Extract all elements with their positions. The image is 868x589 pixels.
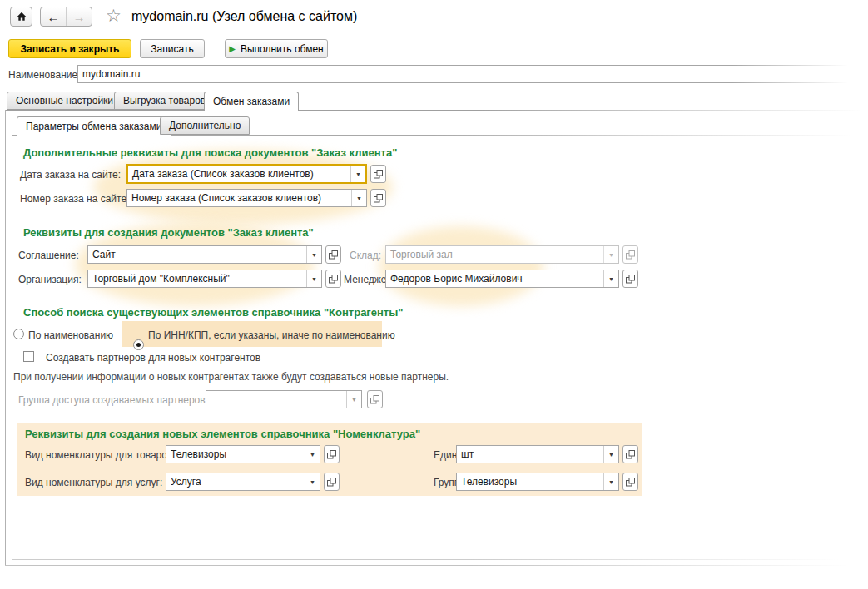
organization-value: Торговый дом "Комплексный" xyxy=(88,270,306,287)
create-partners-label[interactable]: Создавать партнеров для новых контрагент… xyxy=(46,352,260,364)
order-number-choose-button[interactable] xyxy=(370,189,386,207)
agreement-field[interactable]: Сайт ▼ xyxy=(87,245,322,264)
organization-dropdown-icon[interactable]: ▼ xyxy=(306,270,321,287)
order-number-label: Номер заказа на сайте: xyxy=(20,193,129,205)
services-type-choose-button[interactable] xyxy=(324,473,340,491)
services-type-value: Услуга xyxy=(166,473,305,490)
highlight-blob-warehouse-manager xyxy=(379,226,543,306)
order-date-value: Дата заказа (Список заказов клиентов) xyxy=(128,166,350,182)
partner-access-group-value xyxy=(206,391,346,408)
save-and-close-button[interactable]: Записать и закрыть xyxy=(8,39,131,58)
organization-field[interactable]: Торговый дом "Комплексный" ▼ xyxy=(87,270,322,288)
favorite-button[interactable]: ☆ xyxy=(106,7,122,25)
manager-choose-button[interactable] xyxy=(622,270,638,288)
choose-icon xyxy=(374,194,383,203)
forward-button[interactable]: → xyxy=(67,7,92,26)
nomenclature-group-dropdown-icon[interactable]: ▼ xyxy=(603,473,618,490)
run-exchange-button[interactable]: ▶ Выполнить обмен xyxy=(225,39,328,58)
unit-choose-button[interactable] xyxy=(622,445,638,463)
choose-icon xyxy=(626,250,635,260)
manager-dropdown-icon[interactable]: ▼ xyxy=(603,270,618,287)
radio-by-inn-label[interactable]: По ИНН/КПП, если указаны, иначе по наиме… xyxy=(148,329,395,341)
unit-dropdown-icon[interactable]: ▼ xyxy=(603,446,618,463)
name-label: Наименование: xyxy=(8,69,81,81)
tab-main-settings[interactable]: Основные настройки xyxy=(7,92,122,110)
choose-icon xyxy=(327,478,336,487)
warehouse-field: Торговый зал ▼ xyxy=(385,245,619,264)
warehouse-dropdown-icon: ▼ xyxy=(603,246,618,263)
sub-panel-bottom-border xyxy=(12,559,840,560)
radio-by-name[interactable] xyxy=(13,329,24,339)
manager-field[interactable]: Федоров Борис Михайлович ▼ xyxy=(385,270,619,288)
nomenclature-group-value: Телевизоры xyxy=(457,473,603,490)
save-button[interactable]: Записать xyxy=(140,39,205,58)
agreement-value: Сайт xyxy=(88,246,306,263)
order-date-dropdown-icon[interactable]: ▼ xyxy=(350,166,365,182)
order-number-dropdown-icon[interactable]: ▼ xyxy=(351,190,366,206)
radio-by-name-label[interactable]: По наименованию xyxy=(28,329,113,341)
partner-access-group-choose-button[interactable] xyxy=(367,390,383,408)
nomenclature-group-field[interactable]: Телевизоры ▼ xyxy=(456,473,619,491)
create-partners-checkbox[interactable] xyxy=(23,351,34,362)
choose-icon xyxy=(626,478,635,487)
manager-value: Федоров Борис Михайлович xyxy=(386,270,603,287)
unit-field[interactable]: шт ▼ xyxy=(456,445,619,463)
organization-label: Организация: xyxy=(18,274,82,285)
home-button[interactable] xyxy=(10,7,32,27)
agreement-choose-button[interactable] xyxy=(325,245,341,264)
choose-icon xyxy=(374,170,383,179)
goods-type-choose-button[interactable] xyxy=(324,445,340,463)
forward-icon: → xyxy=(73,10,86,24)
partners-hint-text: При получении информации о новых контраг… xyxy=(13,371,449,383)
order-date-label: Дата заказа на сайте: xyxy=(20,169,121,181)
goods-type-value: Телевизоры xyxy=(166,446,305,463)
sub-panel-left-border xyxy=(12,135,12,559)
section-header-order-search: Дополнительные реквизиты для поиска доку… xyxy=(23,146,397,159)
subtab-additional[interactable]: Дополнительно xyxy=(160,116,250,135)
partner-access-group-label: Группа доступа создаваемых партнеров: xyxy=(18,394,208,406)
order-date-field[interactable]: Дата заказа (Список заказов клиентов) ▼ xyxy=(126,164,367,184)
partner-access-group-field[interactable]: ▼ xyxy=(206,390,362,408)
choose-icon xyxy=(626,275,635,284)
tab-order-exchange[interactable]: Обмен заказами xyxy=(204,92,299,111)
goods-type-label: Вид номенклатуры для товаров: xyxy=(25,449,176,461)
section-header-order-create: Реквизиты для создания документов "Заказ… xyxy=(23,226,314,239)
goods-type-dropdown-icon[interactable]: ▼ xyxy=(305,446,320,463)
star-icon: ☆ xyxy=(106,6,122,25)
nomenclature-group-choose-button[interactable] xyxy=(622,473,638,491)
choose-icon xyxy=(327,450,336,459)
nav-buttons: ← → xyxy=(40,7,92,27)
back-button[interactable]: ← xyxy=(41,7,66,26)
choose-icon xyxy=(626,450,635,459)
services-type-dropdown-icon[interactable]: ▼ xyxy=(305,473,320,490)
goods-type-field[interactable]: Телевизоры ▼ xyxy=(166,445,320,463)
agreement-dropdown-icon[interactable]: ▼ xyxy=(306,246,321,263)
agreement-label: Соглашение: xyxy=(18,250,79,261)
organization-choose-button[interactable] xyxy=(325,270,341,288)
main-panel-top-border xyxy=(5,110,863,111)
order-date-choose-button[interactable] xyxy=(370,165,386,183)
radio-by-inn[interactable] xyxy=(133,339,144,350)
main-panel-bottom-border xyxy=(5,565,849,566)
unit-value: шт xyxy=(457,446,603,463)
run-exchange-label: Выполнить обмен xyxy=(241,43,324,55)
main-panel-left-border xyxy=(5,110,6,565)
home-icon xyxy=(16,11,27,22)
choose-icon xyxy=(329,275,338,284)
warehouse-choose-button xyxy=(622,245,638,264)
back-icon: ← xyxy=(47,10,60,24)
warehouse-label: Склад: xyxy=(350,250,381,261)
choose-icon xyxy=(329,250,338,260)
page-title: mydomain.ru (Узел обмена с сайтом) xyxy=(131,9,357,24)
order-number-field[interactable]: Номер заказа (Список заказов клиентов) ▼ xyxy=(126,189,367,207)
name-input-fade xyxy=(732,63,868,86)
services-type-label: Вид номенклатуры для услуг: xyxy=(25,477,162,488)
subtab-exchange-params[interactable]: Параметры обмена заказами xyxy=(17,116,171,136)
partner-access-group-dropdown-icon[interactable]: ▼ xyxy=(346,391,361,408)
warehouse-value: Торговый зал xyxy=(386,246,603,263)
play-icon: ▶ xyxy=(229,44,236,53)
choose-icon xyxy=(370,395,379,404)
order-number-value: Номер заказа (Список заказов клиентов) xyxy=(127,190,351,206)
services-type-field[interactable]: Услуга ▼ xyxy=(166,473,320,491)
tab-goods-upload[interactable]: Выгрузка товаров xyxy=(114,92,215,110)
